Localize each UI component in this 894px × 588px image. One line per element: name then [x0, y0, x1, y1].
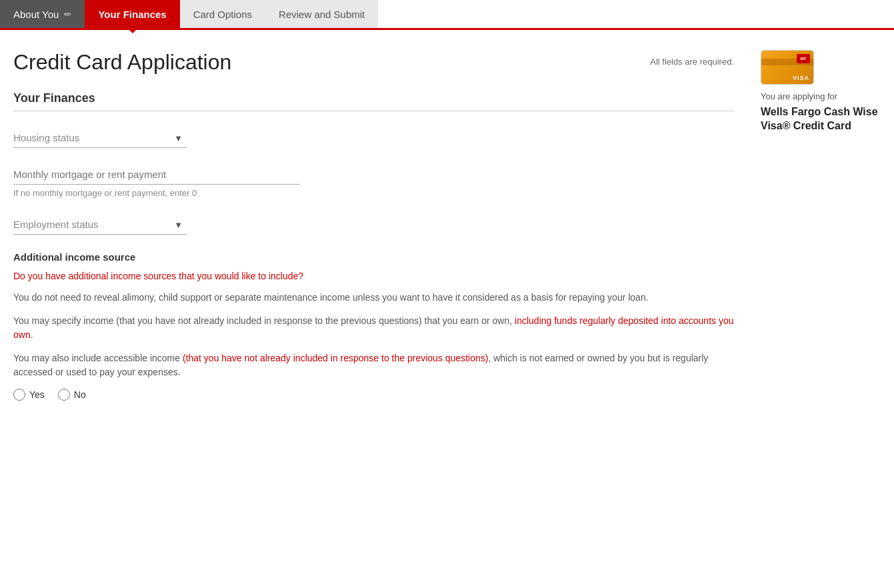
applying-label: You are applying for	[761, 91, 881, 101]
yes-radio[interactable]	[13, 389, 25, 401]
tab-your-finances-label: Your Finances	[98, 9, 166, 20]
tab-card-options-label: Card Options	[193, 9, 252, 20]
tab-about-you[interactable]: About You ✏	[0, 0, 85, 28]
employment-status-wrapper: Employment status Employed Self-employed…	[13, 215, 187, 235]
card-image: WF	[761, 50, 814, 85]
paragraph3-highlight: (that you have not already included in r…	[183, 353, 488, 363]
additional-income-paragraph3: You may also include accessible income (…	[13, 351, 734, 379]
additional-income-paragraph1: You do not need to reveal alimony, child…	[13, 291, 734, 305]
tab-card-options[interactable]: Card Options	[180, 0, 265, 28]
required-note: All fields are required.	[650, 57, 734, 67]
employment-status-group: Employment status Employed Self-employed…	[13, 215, 734, 235]
main-container: Credit Card Application All fields are r…	[0, 30, 894, 414]
sidebar-card-name: Wells Fargo Cash Wise Visa® Credit Card	[761, 105, 881, 133]
form-area: Credit Card Application All fields are r…	[13, 50, 761, 401]
housing-status-wrapper: Housing status Own Rent Other ▼	[13, 128, 187, 148]
no-radio[interactable]	[58, 389, 70, 401]
yes-option[interactable]: Yes	[13, 389, 45, 401]
wf-logo-text: WF	[800, 57, 806, 61]
additional-income-question: Do you have additional income sources th…	[13, 271, 734, 281]
yes-label: Yes	[29, 389, 45, 400]
wf-logo: WF	[797, 54, 810, 63]
employment-status-select[interactable]: Employment status Employed Self-employed…	[13, 215, 187, 235]
no-label: No	[74, 389, 86, 400]
page-title: Credit Card Application	[13, 50, 231, 75]
edit-icon: ✏	[64, 9, 71, 19]
tab-review-submit[interactable]: Review and Submit	[265, 0, 378, 28]
section-header: Your Finances	[13, 91, 734, 111]
tab-review-submit-label: Review and Submit	[279, 9, 365, 20]
additional-income-section: Additional income source Do you have add…	[13, 251, 734, 401]
yes-no-radio-group: Yes No	[13, 389, 734, 401]
no-option[interactable]: No	[58, 389, 86, 401]
page-title-row: Credit Card Application All fields are r…	[13, 50, 734, 75]
tab-your-finances[interactable]: Your Finances	[85, 0, 179, 28]
housing-status-group: Housing status Own Rent Other ▼	[13, 128, 734, 148]
mortgage-hint: If no monthly mortgage or rent payment, …	[13, 188, 734, 198]
housing-status-select[interactable]: Housing status Own Rent Other	[13, 128, 187, 148]
additional-income-title: Additional income source	[13, 251, 734, 263]
nav-tabs: About You ✏ Your Finances Card Options R…	[0, 0, 894, 30]
additional-income-paragraph2: You may specify income (that you have no…	[13, 314, 734, 342]
sidebar: WF You are applying for Wells Fargo Cash…	[761, 50, 881, 401]
mortgage-payment-input[interactable]	[13, 165, 300, 185]
tab-about-you-label: About You	[13, 9, 59, 20]
paragraph2-highlight: including funds regularly deposited into…	[13, 315, 733, 340]
mortgage-payment-group: If no monthly mortgage or rent payment, …	[13, 165, 734, 198]
